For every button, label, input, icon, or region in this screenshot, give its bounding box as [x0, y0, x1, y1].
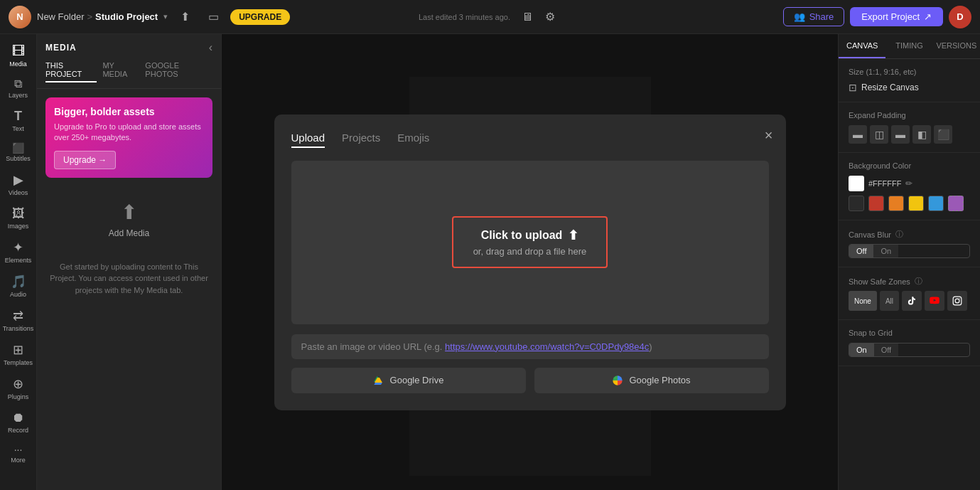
upgrade-card-title: Bigger, bolder assets [54, 106, 204, 117]
swatch-blue[interactable] [928, 196, 944, 211]
breadcrumb-current[interactable]: Studio Project [95, 11, 158, 22]
media-icon: 🎞 [12, 44, 25, 59]
padding-btn-3[interactable]: ▬ [891, 125, 910, 144]
expand-padding-label: Expand Padding [849, 111, 970, 119]
safe-zone-all[interactable]: All [880, 291, 899, 311]
sidebar-item-label: Videos [9, 189, 28, 196]
sidebar-item-label: Layers [9, 92, 28, 99]
media-panel: MEDIA ‹ THIS PROJECT MY MEDIA GOOGLE PHO… [37, 34, 222, 490]
snap-on[interactable]: On [849, 343, 874, 356]
swatch-yellow[interactable] [908, 196, 924, 211]
breadcrumb-parent[interactable]: New Folder [37, 11, 84, 22]
canvas-blur-toggle: Off On [849, 244, 970, 258]
padding-btn-5[interactable]: ⬛ [934, 125, 952, 144]
padding-btn-1[interactable]: ▬ [849, 125, 867, 144]
upgrade-button[interactable]: UPGRADE [230, 9, 290, 25]
swatch-custom[interactable] [948, 196, 964, 211]
modal-header: Upload Projects Emojis [291, 132, 769, 148]
modal-drive-row: Google Drive Google Photos [291, 368, 769, 393]
safe-zone-instagram[interactable] [947, 291, 967, 311]
url-prefix-text: Paste an image or video URL (e.g. [301, 341, 446, 352]
sidebar-item-elements[interactable]: ✦ Elements [2, 235, 35, 268]
snap-to-grid-section: Snap to Grid On Off [839, 320, 980, 366]
swatch-orange[interactable] [888, 196, 904, 211]
settings-icon[interactable]: ⚙ [539, 6, 561, 28]
sidebar-item-text[interactable]: T Text [2, 105, 35, 137]
canvas-blur-off[interactable]: Off [849, 245, 873, 257]
media-tabs: THIS PROJECT MY MEDIA GOOGLE PHOTOS [37, 58, 221, 89]
safe-zone-none[interactable]: None [849, 291, 877, 311]
add-media-label: Add Media [109, 228, 149, 238]
sidebar-item-images[interactable]: 🖼 Images [2, 202, 35, 234]
safe-zone-youtube[interactable] [925, 291, 944, 311]
bg-color-row: #FFFFFF ✏ [849, 176, 970, 191]
media-panel-collapse-icon[interactable]: ‹ [209, 41, 212, 54]
add-media-area[interactable]: ⬆ Add Media [37, 186, 221, 252]
google-photos-button[interactable]: Google Photos [534, 368, 769, 393]
sidebar-item-media[interactable]: 🎞 Media [2, 40, 35, 72]
share-button[interactable]: 👥 Share [783, 7, 845, 26]
canvas-blur-section: Canvas Blur ⓘ Off On [839, 220, 980, 267]
modal-tab-projects[interactable]: Projects [342, 132, 380, 148]
sidebar-item-plugins[interactable]: ⊕ Plugins [2, 372, 35, 405]
padding-btn-2[interactable]: ◫ [870, 125, 888, 144]
sidebar-item-record[interactable]: ⏺ Record [2, 406, 35, 438]
notifications-icon[interactable]: 🖥 [516, 6, 539, 28]
google-drive-button[interactable]: Google Drive [291, 368, 526, 393]
more-icon: ··· [14, 444, 23, 455]
videos-icon: ▶ [14, 172, 23, 188]
url-example-link[interactable]: https://www.youtube.com/watch?v=C0DPdy98… [445, 341, 649, 352]
upgrade-card-button[interactable]: Upgrade → [54, 151, 116, 169]
sidebar-item-more[interactable]: ··· More [2, 440, 35, 468]
record-icon: ⏺ [12, 410, 25, 425]
topbar: N New Folder > Studio Project ▾ ⬆ ▭ UPGR… [0, 0, 980, 34]
sidebar-item-layers[interactable]: ⧉ Layers [2, 73, 35, 103]
safe-zone-tiktok[interactable] [902, 291, 922, 311]
modal-close-button[interactable]: × [765, 127, 773, 144]
canvas-blur-on[interactable]: On [873, 245, 898, 257]
safe-zones-info-icon[interactable]: ⓘ [915, 276, 922, 287]
sidebar-item-transitions[interactable]: ⇄ Transitions [2, 304, 35, 336]
sidebar-item-label: Elements [5, 257, 32, 264]
modal-overlay[interactable]: Upload Projects Emojis × Click to upload… [222, 34, 838, 490]
preview-icon[interactable]: ▭ [202, 6, 225, 28]
color-swatch-white[interactable] [849, 176, 864, 191]
expand-padding-section: Expand Padding ▬ ◫ ▬ ◧ ⬛ [839, 102, 980, 153]
size-label: Size (1:1, 9:16, etc) [849, 68, 970, 76]
tiktok-icon [907, 296, 917, 306]
bg-color-section: Background Color #FFFFFF ✏ [839, 153, 980, 220]
padding-btn-4[interactable]: ◧ [912, 125, 931, 144]
media-tab-this-project[interactable]: THIS PROJECT [45, 58, 97, 82]
bg-color-label: Background Color [849, 161, 970, 170]
modal-tab-emojis[interactable]: Emojis [397, 132, 429, 148]
canvas-area[interactable]: Upload Projects Emojis × Click to upload… [222, 34, 838, 490]
upload-icon[interactable]: ⬆ [173, 6, 196, 28]
upload-drop-zone[interactable]: Click to upload ⬆ or, drag and drop a fi… [291, 161, 769, 324]
swatch-red[interactable] [868, 196, 884, 211]
right-tab-timing[interactable]: TIMING [885, 34, 932, 58]
sidebar-item-audio[interactable]: 🎵 Audio [2, 270, 35, 302]
upload-cta-box[interactable]: Click to upload ⬆ or, drag and drop a fi… [452, 216, 608, 268]
sidebar-item-templates[interactable]: ⊞ Templates [2, 338, 35, 371]
export-button[interactable]: Export Project ↗ [850, 7, 943, 26]
google-drive-icon [373, 375, 384, 386]
resize-canvas-label[interactable]: Resize Canvas [861, 82, 919, 92]
swatch-dark[interactable] [849, 196, 864, 211]
snap-off[interactable]: Off [874, 343, 898, 356]
media-tab-google-photos[interactable]: GOOGLE PHOTOS [145, 58, 207, 82]
url-input-row[interactable]: Paste an image or video URL (e.g. https:… [291, 334, 769, 359]
sidebar-item-label: Templates [4, 359, 33, 366]
right-tab-canvas[interactable]: CANVAS [839, 34, 885, 58]
breadcrumb-dropdown-icon[interactable]: ▾ [163, 12, 168, 21]
edit-color-icon[interactable]: ✏ [905, 179, 912, 188]
sidebar-item-subtitles[interactable]: ⬛ Subtitles [2, 138, 35, 166]
modal-tab-upload[interactable]: Upload [291, 132, 325, 148]
svg-point-3 [959, 298, 960, 299]
user-avatar[interactable]: D [949, 6, 971, 28]
media-tab-my-media[interactable]: MY MEDIA [102, 58, 139, 82]
canvas-blur-info-icon[interactable]: ⓘ [895, 229, 903, 240]
main-layout: 🎞 Media ⧉ Layers T Text ⬛ Subtitles ▶ Vi… [0, 34, 980, 490]
sidebar-item-videos[interactable]: ▶ Videos [2, 168, 35, 201]
swatch-row [849, 196, 970, 211]
right-tab-versions[interactable]: VERSIONS [933, 34, 980, 58]
